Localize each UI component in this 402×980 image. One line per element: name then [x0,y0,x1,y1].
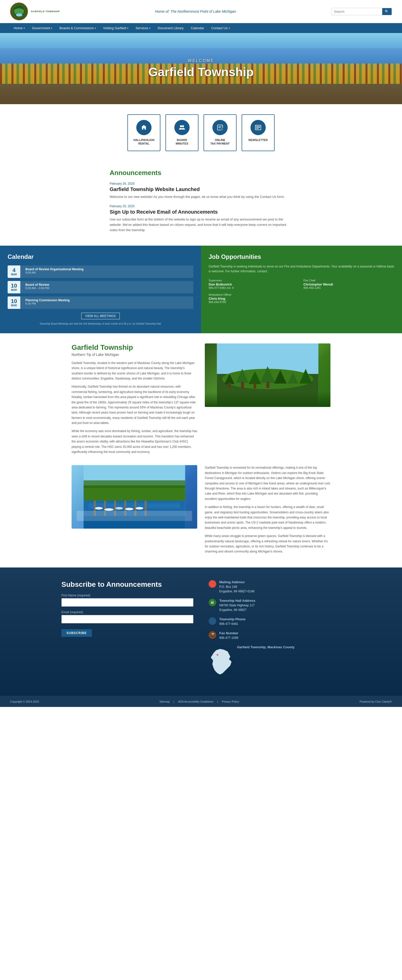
subscribe-form-area: Subscribe to Announcements First Name (r… [62,580,193,637]
fax-text: Fax Number 906-477-1099 [219,631,238,640]
phone-icon: 📞 [209,617,216,625]
svg-rect-10 [218,127,220,128]
svg-rect-30 [266,382,269,388]
ambulance-name: Chris King [209,297,300,301]
hall-icon [136,120,152,135]
svg-rect-29 [254,383,256,388]
township-para2-2: In addition to fishing, the township is … [205,504,331,530]
nav-services[interactable]: Services ▾ [132,23,154,33]
quick-link-newsletter[interactable]: NEWSLETTER [242,114,275,151]
svg-point-42 [104,508,114,511]
svg-rect-47 [84,480,185,488]
powered-by: Powered by Civic Clarity® [359,700,392,703]
nav-calendar[interactable]: Calendar [187,23,208,33]
meeting-time-1: 9:00 AM [25,271,84,274]
contact-supervisor: Supervisor Don Butkovich 906-477-6481 ex… [209,279,300,290]
svg-rect-9 [218,127,222,127]
view-all-meetings[interactable]: VIEW ALL MEETINGS [8,313,193,319]
quick-link-hall[interactable]: HALL/PAVILIONRENTAL [127,114,160,151]
calendar-title: Calendar [8,253,193,260]
email-input[interactable] [62,615,193,624]
hero-title: Garfield Township [148,65,253,79]
search-bar[interactable]: 🔍 [331,8,392,15]
quick-link-tax[interactable]: $ ONLINETAX PAYMENT [204,114,237,151]
nav-home[interactable]: Home ▾ [10,23,28,33]
jobs-title: Job Opportunities [209,253,394,260]
footer-sep-2: | [217,700,218,703]
nav-visiting[interactable]: Visiting Garfield ▾ [100,23,132,33]
board-label: BOARDMINUTES [170,138,194,146]
quick-link-board[interactable]: BOARDMINUTES [165,114,198,151]
logo-text: GARFIELD TOWNSHIP [31,10,60,13]
meeting-day-3: 10 [11,299,17,304]
email-label: Email (required) [62,610,193,614]
search-input[interactable] [331,8,382,15]
michigan-map [209,648,234,678]
nav-arrow: ▾ [24,27,25,29]
meeting-item-1: 4 MAR Board of Review Organizational Mee… [8,266,193,278]
announcement-title-2: Sign Up to Receive Email of Announcement… [110,209,292,215]
svg-rect-15 [256,127,260,128]
svg-rect-36 [104,500,106,516]
subscribe-title: Subscribe to Announcements [62,580,193,589]
nav-arrow: ▾ [95,27,96,29]
site-header: GARFIELD TOWNSHIP Home of: The Northernm… [0,0,402,23]
mailing-address-item: 📍 Mailing Address P.O. Box 148Engadine, … [209,580,340,593]
meeting-name-2: Board of Review [25,283,49,286]
nav-boards[interactable]: Boards & Commissions ▾ [56,23,100,33]
fire-chief-role: Fire Chief [304,279,395,282]
header-tagline: Home of: The Northernmost Point of Lake … [60,10,331,13]
hero-welcome: WELCOME [148,59,253,63]
contact-ambulance: Ambulance Officer Chris King 906-630-976… [209,293,300,304]
svg-marker-4 [16,8,19,11]
meeting-month-3: MAR [11,304,17,307]
nav-contact[interactable]: Contact Us ▾ [207,23,233,33]
svg-rect-28 [241,382,244,388]
meeting-month-2: MAR [11,289,17,291]
hero-text: WELCOME Garfield Township [148,59,253,79]
meeting-date-1: 4 MAR [8,266,20,278]
footer-sitemap[interactable]: Sitemap [159,700,169,703]
svg-point-7 [182,125,184,127]
first-name-input[interactable] [62,598,193,606]
subscribe-section: Subscribe to Announcements First Name (r… [0,568,402,696]
township-marina-image [71,465,197,528]
announcements-section: Announcements February 26, 2025 Garfield… [100,161,302,246]
county-label: Garfield Township, Mackinac County [237,645,294,649]
hall-address-item: 🏛 Township Hall Address N8760 State High… [209,599,340,612]
township-para2-1: Garfield Township is renowned for its re… [205,465,331,501]
email-group: Email (required) [62,610,193,624]
jobs-intro: Garfield Township is seeking individuals… [209,264,394,274]
svg-point-43 [116,507,123,509]
announcement-text-2: Use our subscribe form at the bottom of … [110,217,292,233]
svg-point-1 [14,11,24,15]
phone-value: 906-477-6481 [219,622,245,626]
township-para2-3: While many areas struggle to preserve gr… [205,533,331,554]
board-icon [174,120,190,135]
meeting-date-2: 10 MAR [8,281,20,293]
meeting-name-3: Planning Commission Meeting [25,299,70,302]
nav-government[interactable]: Government ▾ [28,23,56,33]
township-para-1: Garfield Township, located in the wester… [71,360,197,381]
svg-point-6 [180,125,182,127]
hall-address-value: N8760 State Highway 117Engadine, MI 4982… [219,603,255,612]
nav-arrow: ▾ [229,27,230,29]
meeting-time-2: 9:00 AM – 3:00 PM [25,286,49,290]
footer-ada[interactable]: ADA Accessibility Guidelines [178,700,214,703]
view-all-link[interactable]: VIEW ALL MEETINGS [81,313,120,319]
nav-document-library[interactable]: Document Library [154,23,187,33]
mailing-address-value: P.O. Box 148Engadine, MI 49827-0148 [219,584,254,593]
svg-point-45 [136,507,143,509]
township-forest-image [205,344,331,407]
fire-chief-name: Christopher Wendt [304,282,395,286]
search-button[interactable]: 🔍 [382,8,392,15]
supervisor-name: Don Butkovich [209,282,300,286]
fax-item: 📠 Fax Number 906-477-1099 [209,631,340,640]
svg-point-2 [15,10,20,12]
phone-label: Township Phone [219,617,245,621]
subscribe-button[interactable]: SUBSCRIBE [62,629,92,637]
footer-privacy[interactable]: Privacy Policy [222,700,239,703]
fax-value: 906-477-1099 [219,636,238,640]
contact-fire-chief: Fire Chief Christopher Wendt 906-450-128… [304,279,395,290]
mailing-address-label: Mailing Address [219,580,254,584]
